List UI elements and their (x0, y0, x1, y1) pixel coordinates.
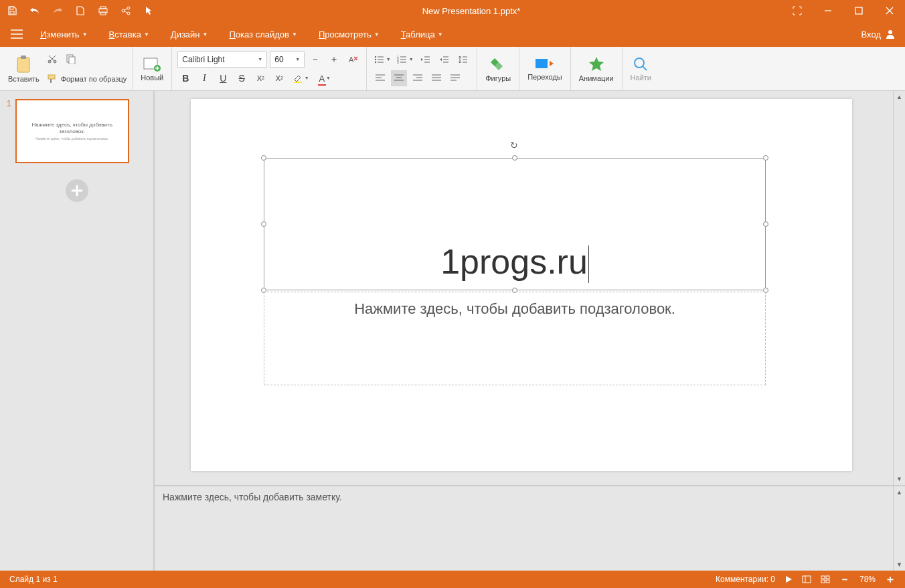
scroll-down-icon[interactable]: ▼ (894, 559, 905, 571)
cursor-icon[interactable] (142, 4, 155, 17)
brush-icon (46, 73, 58, 85)
maximize-icon[interactable] (843, 0, 874, 21)
bullets-icon (374, 55, 385, 64)
decrease-indent-button[interactable] (418, 52, 434, 68)
clear-format-button[interactable]: A (345, 52, 361, 68)
notes-vscroll[interactable]: ▲ ▼ (893, 486, 905, 571)
line-spacing-button[interactable] (455, 52, 471, 68)
align-center-button[interactable] (391, 70, 407, 86)
ribbon: Вставить Формат по образцу Новый Calibri… (0, 47, 905, 91)
redo-icon[interactable] (51, 4, 64, 17)
indent-icon (439, 55, 450, 64)
resize-handle-mr[interactable] (763, 221, 768, 227)
increase-indent-button[interactable] (436, 52, 452, 68)
scroll-down-icon[interactable]: ▼ (894, 473, 905, 485)
underline-button[interactable]: U (215, 70, 231, 86)
bullets-button[interactable]: ▼ (372, 52, 392, 68)
add-slide-button[interactable] (66, 179, 88, 202)
fullscreen-icon[interactable] (782, 0, 813, 21)
menu-table[interactable]: Таблица▼ (401, 29, 443, 39)
save-icon[interactable] (5, 4, 19, 17)
transitions-button[interactable]: Переходы (525, 50, 565, 88)
title-text[interactable]: 1progs.ru (264, 241, 765, 283)
menu-design[interactable]: Дизайн▼ (171, 29, 208, 39)
resize-handle-tl[interactable] (261, 155, 266, 161)
font-size-combo[interactable]: 60▼ (270, 52, 305, 68)
numbering-button[interactable]: 123▼ (395, 52, 415, 68)
undo-icon[interactable] (28, 4, 42, 17)
thumb-subtitle-ph: Нажмите здесь, чтобы добавить подзаголов… (35, 136, 108, 140)
slide-thumbnails: 1 Нажмите здесь, чтобы добавить заголово… (0, 91, 154, 571)
notes-pane: Нажмите здесь, чтобы добавить заметку. ▲… (155, 485, 905, 571)
minimize-icon[interactable] (813, 0, 843, 21)
svg-line-60 (643, 66, 647, 70)
view-normal-icon[interactable] (802, 575, 811, 583)
increase-font-button[interactable]: ＋ (326, 52, 342, 68)
resize-handle-tm[interactable] (512, 155, 517, 161)
font-name-combo[interactable]: Calibri Light▼ (177, 52, 267, 68)
canvas-scroll[interactable]: ↻ 1progs.ru Нажмите здесь, чтобы добавит… (155, 91, 893, 485)
svg-point-22 (375, 56, 376, 57)
slide-thumbnail-1[interactable]: Нажмите здесь, чтобы добавить заголовок.… (15, 99, 129, 163)
new-slide-button[interactable]: Новый (138, 50, 166, 88)
new-doc-icon[interactable] (74, 4, 87, 17)
clear-format-icon: A (347, 54, 358, 65)
svg-text:A: A (349, 56, 354, 64)
window-controls (782, 0, 905, 21)
zoom-in-button[interactable]: ＋ (885, 573, 896, 587)
slide-canvas[interactable]: ↻ 1progs.ru Нажмите здесь, чтобы добавит… (191, 99, 852, 471)
svg-rect-61 (803, 576, 811, 583)
menu-insert[interactable]: Вставка▼ (109, 29, 149, 39)
svg-rect-65 (821, 580, 825, 583)
close-icon[interactable] (874, 0, 905, 21)
resize-handle-ml[interactable] (261, 221, 266, 227)
login-button[interactable]: Вход (861, 29, 905, 39)
cut-button[interactable] (46, 51, 127, 67)
highlight-button[interactable]: ▼ (290, 70, 311, 86)
svg-rect-0 (10, 7, 13, 9)
font-color-button[interactable]: A▼ (314, 70, 335, 86)
scroll-up-icon[interactable]: ▲ (894, 91, 905, 103)
strike-button[interactable]: S (234, 70, 250, 86)
subtitle-placeholder: Нажмите здесь, чтобы добавить подзаголов… (264, 292, 765, 318)
subtitle-textbox[interactable]: Нажмите здесь, чтобы добавить подзаголов… (264, 292, 766, 385)
align-center-icon (394, 74, 404, 82)
format-painter-label: Формат по образцу (61, 75, 127, 83)
svg-rect-66 (826, 580, 829, 583)
share-icon[interactable] (119, 4, 133, 17)
hamburger-icon[interactable] (0, 29, 33, 39)
paste-button[interactable]: Вставить (5, 50, 42, 88)
notes-input[interactable]: Нажмите здесь, чтобы добавить заметку. (155, 486, 893, 571)
canvas-vscroll[interactable]: ▲ ▼ (893, 91, 905, 485)
scroll-up-icon[interactable]: ▲ (894, 486, 905, 498)
zoom-out-button[interactable]: － (839, 573, 850, 587)
decrease-font-button[interactable]: － (307, 52, 323, 68)
align-left-button[interactable] (372, 70, 388, 86)
menu-edit[interactable]: Изменить▼ (40, 29, 88, 39)
align-right-button[interactable] (410, 70, 426, 86)
copy-icon[interactable] (65, 53, 77, 65)
animations-button[interactable]: Анимации (576, 50, 616, 88)
title-textbox[interactable]: ↻ 1progs.ru (264, 158, 766, 290)
align-justify-button[interactable] (428, 70, 444, 86)
play-icon[interactable] (785, 575, 793, 583)
subscript-button[interactable]: X2 (252, 70, 268, 86)
comments-button[interactable]: Комментарии: 0 (716, 575, 775, 584)
svg-point-24 (375, 58, 376, 60)
view-sorter-icon[interactable] (821, 575, 830, 583)
svg-point-5 (122, 9, 125, 12)
menu-slideshow[interactable]: Показ слайдов▼ (229, 29, 297, 39)
bold-button[interactable]: B (177, 70, 193, 86)
align-distribute-button[interactable] (447, 70, 463, 86)
find-button[interactable]: Найти (628, 50, 654, 88)
print-icon[interactable] (96, 4, 110, 17)
menu-view[interactable]: Просмотреть▼ (319, 29, 380, 39)
plus-icon (71, 185, 83, 197)
shapes-button[interactable]: Фигуры (483, 50, 513, 88)
resize-handle-tr[interactable] (763, 155, 768, 161)
format-painter-button[interactable]: Формат по образцу (46, 71, 127, 87)
italic-button[interactable]: I (196, 70, 212, 86)
rotate-handle[interactable]: ↻ (510, 140, 518, 151)
superscript-button[interactable]: X2 (271, 70, 287, 86)
star-icon (588, 56, 605, 73)
